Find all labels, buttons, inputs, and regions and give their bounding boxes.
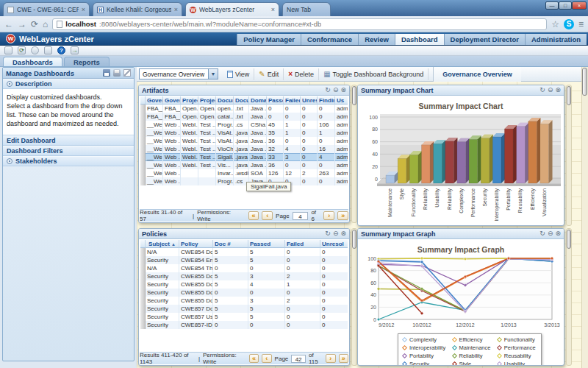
nav-item-policy-manager[interactable]: Policy Manager [237, 34, 301, 45]
browser-tab[interactable]: CWE - CWE-861: CERT Jav × [3, 2, 90, 16]
refresh-status-icon[interactable]: ⟳ [18, 46, 26, 54]
section-description[interactable]: Description [3, 79, 134, 89]
column-header[interactable]: Projec [198, 96, 216, 105]
nav-item-review[interactable]: Review [358, 34, 395, 45]
table-row[interactable]: SecurityCWE855 Do no...5410 [140, 280, 348, 289]
column-header[interactable]: Subject▲ [146, 240, 179, 248]
restore-button[interactable]: □ [559, 1, 572, 10]
clock-icon[interactable] [31, 46, 39, 54]
skype-extension-icon[interactable]: S [564, 19, 574, 29]
section-dashboard-filters[interactable]: Dashboard Filters [3, 146, 134, 156]
column-header[interactable]: Failed [285, 240, 320, 248]
browser-tab-active[interactable]: W WebLayers zCenter × [185, 2, 279, 16]
table-row[interactable]: SecurityCWE857 Use a...5500 [140, 313, 348, 321]
print-icon[interactable] [113, 69, 121, 77]
table-row[interactable]: FBA__FBA__Open...Open...open....txtJava … [140, 105, 348, 113]
dashboard-tab-governance-overview[interactable]: Governance Overview [433, 67, 521, 82]
table-row[interactable]: __We...Web ...Invar....wsdlSOA126122263a… [140, 169, 348, 177]
scrollbar-vertical[interactable] [351, 228, 357, 366]
graph-panel-header[interactable]: Summary Impact Graph ↻ ⊖ ⊗ [358, 229, 564, 239]
edit-button[interactable]: ✎ Edit [254, 68, 284, 80]
table-row[interactable]: SecurityCWE857 Do No...5500 [140, 305, 348, 313]
column-header[interactable]: Goven [146, 96, 163, 105]
email-icon[interactable] [123, 69, 131, 77]
panel-settings-icon[interactable]: ↻ [325, 230, 331, 237]
panel-close-icon[interactable]: ⊗ [340, 87, 346, 93]
scrollbar-thumb[interactable] [352, 86, 356, 105]
next-page-button[interactable]: › [326, 354, 335, 363]
column-header[interactable]: Domai [249, 96, 267, 105]
refresh-icon[interactable]: ⟳ [31, 20, 38, 29]
table-row[interactable]: __We...Web ...Webl...Test ...VioCh....ja… [140, 145, 348, 153]
logout-icon[interactable]: → [71, 46, 79, 54]
close-button[interactable]: × [572, 1, 587, 10]
section-stakeholders[interactable]: Stakeholders [3, 156, 134, 166]
column-header[interactable]: Findin [318, 96, 335, 105]
forward-icon[interactable]: → [18, 20, 26, 29]
last-page-button[interactable]: » [339, 354, 348, 363]
nav-item-deployment-director[interactable]: Deployment Director [444, 34, 525, 45]
panel-collapse-icon[interactable]: ⊖ [548, 87, 553, 93]
policies-panel-header[interactable]: Policies ↻ ⊖ ⊗ [139, 229, 349, 239]
column-header[interactable]: Passe [267, 96, 284, 105]
guides-icon[interactable] [44, 46, 52, 54]
panel-settings-icon[interactable]: ↻ [539, 230, 545, 237]
panel-collapse-icon[interactable]: ⊖ [548, 230, 553, 237]
first-page-button[interactable]: « [249, 354, 259, 363]
tab-close-icon[interactable]: × [82, 6, 85, 13]
panel-collapse-icon[interactable]: ⊖ [333, 230, 339, 237]
table-row[interactable]: SecurityCWE854 Ensur...5500 [140, 256, 348, 264]
table-row[interactable]: __We...Web ...Webl...Test ...Vis....java… [140, 161, 348, 169]
table-row[interactable]: __We...Web ...Webl...Test ...VisAt....ja… [140, 137, 348, 145]
tab-dashboards[interactable]: Dashboards [3, 57, 62, 66]
table-row[interactable]: __We...Web ...Progr....csJava ...0000adm… [140, 177, 348, 185]
last-page-button[interactable]: » [337, 211, 348, 220]
table-row[interactable]: __We...Web ...Webl...Test ...Progr....cs… [140, 121, 348, 129]
chevron-down-icon[interactable]: ▼ [208, 69, 218, 79]
table-row[interactable]: FBA__FBA__Open...Open...catal....txtJava… [140, 113, 348, 121]
table-row[interactable]: N/ACWE854 The a...0000 [140, 264, 348, 272]
scrollbar-vertical[interactable] [566, 228, 572, 366]
home-icon[interactable]: ⌂ [43, 20, 48, 29]
section-edit-dashboard[interactable]: Edit Dashboard [3, 135, 134, 146]
nav-item-conformance[interactable]: Conformance [301, 34, 358, 45]
panel-close-icon[interactable]: ⊗ [340, 230, 346, 237]
tab-close-icon[interactable]: × [271, 6, 275, 13]
collapse-toggle-icon[interactable] [7, 158, 12, 164]
column-header[interactable]: Passed [248, 240, 285, 248]
scrollbar-vertical[interactable] [351, 85, 357, 223]
back-icon[interactable]: ← [4, 20, 13, 29]
scrollbar-vertical[interactable] [566, 85, 572, 226]
scrollbar-thumb[interactable] [567, 230, 571, 249]
column-header[interactable]: Doc # [213, 240, 248, 248]
panel-collapse-icon[interactable]: ⊖ [333, 87, 339, 93]
dashboard-selector[interactable]: Governance Overview ▼ [139, 68, 218, 79]
collapse-toggle-icon[interactable] [7, 81, 12, 87]
window-scrollbar[interactable] [581, 67, 588, 368]
column-header[interactable]: Unres [301, 96, 318, 105]
table-row[interactable]: SecurityCWE855 Do No...5320 [140, 272, 348, 280]
page-number-input[interactable]: 42 [291, 355, 306, 363]
column-header[interactable]: Docum [216, 96, 234, 105]
delete-button[interactable]: × Delete [284, 68, 319, 80]
column-header[interactable]: Policy [179, 240, 213, 248]
url-input[interactable]: localhost :8080/weblayers-center/web/mai… [52, 18, 547, 30]
column-header[interactable]: Projec [181, 96, 198, 105]
nav-item-dashboard[interactable]: Dashboard [395, 34, 444, 45]
help-icon[interactable]: ? [57, 46, 65, 54]
tab-close-icon[interactable]: × [174, 6, 178, 13]
minimize-button[interactable]: — [545, 1, 559, 10]
scrollbar-thumb[interactable] [352, 230, 356, 249]
column-header[interactable]: Us [335, 96, 348, 105]
column-header[interactable]: Docum [234, 96, 249, 105]
column-header[interactable]: Unresol [320, 240, 348, 248]
page-number-input[interactable]: 4 [293, 212, 309, 220]
browser-tab[interactable]: H Kellee Khalil: Gorgeous H × [93, 2, 182, 16]
tab-reports[interactable]: Reports [64, 57, 110, 66]
panel-close-icon[interactable]: ⊗ [555, 230, 561, 237]
scrollbar-thumb[interactable] [582, 68, 587, 96]
toggle-background-button[interactable]: ▦ Toggle Dashboard Background [319, 68, 429, 80]
panel-settings-icon[interactable]: ↻ [325, 87, 331, 93]
table-row[interactable]: SecurityCWE857-ID50...0000 [140, 321, 348, 329]
column-header[interactable]: Goven [163, 96, 181, 105]
